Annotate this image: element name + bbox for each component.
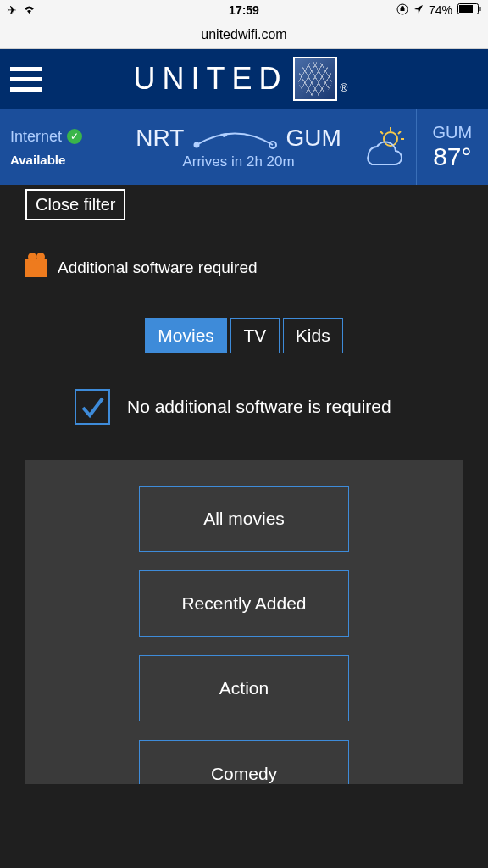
location-icon [413, 3, 424, 17]
status-right: 74% [396, 3, 481, 18]
tab-kids[interactable]: Kids [283, 318, 343, 353]
temp-location: GUM [433, 123, 473, 142]
brand-logo: UNITED ® [134, 57, 355, 101]
category-tabs: Movies TV Kids [0, 318, 488, 353]
no-software-row: No additional software is required [75, 389, 488, 425]
svg-rect-2 [459, 5, 473, 13]
wifi-icon [22, 3, 36, 17]
internet-label: Internet [10, 128, 62, 146]
no-software-label: No additional software is required [127, 397, 391, 417]
flight-info-bar: Internet ✓ Available NRT GUM Arrives in … [0, 108, 488, 185]
battery-icon [458, 3, 481, 17]
internet-status-cell[interactable]: Internet ✓ Available [0, 109, 125, 185]
internet-available: Available [10, 153, 114, 167]
svg-line-8 [398, 131, 401, 134]
no-software-checkbox[interactable] [75, 389, 110, 425]
status-left: ✈ [7, 3, 36, 17]
genre-comedy[interactable]: Comedy [139, 740, 349, 784]
tab-tv[interactable]: TV [230, 318, 280, 353]
temperature-cell[interactable]: GUM 87° [417, 109, 488, 185]
weather-cell[interactable] [352, 109, 417, 185]
software-required-row: Additional software required [25, 259, 488, 277]
check-circle-icon: ✓ [67, 129, 82, 144]
globe-icon [293, 57, 337, 101]
checkmark-icon [79, 393, 106, 420]
airplane-mode-icon: ✈ [7, 3, 17, 17]
brand-header: UNITED ® [0, 49, 488, 108]
orientation-lock-icon [396, 3, 408, 18]
dest-code: GUM [286, 125, 341, 152]
menu-icon[interactable] [10, 67, 42, 92]
genre-recently-added[interactable]: Recently Added [139, 570, 349, 637]
svg-point-4 [194, 142, 200, 147]
software-required-text: Additional software required [58, 259, 258, 277]
close-filter-button[interactable]: Close filter [25, 189, 125, 220]
genre-list: All movies Recently Added Action Comedy [25, 460, 463, 784]
puzzle-icon [25, 259, 47, 277]
origin-code: NRT [136, 125, 184, 152]
url-text: unitedwifi.com [201, 27, 286, 42]
flight-route-cell[interactable]: NRT GUM Arrives in 2h 20m [125, 109, 352, 185]
genre-all-movies[interactable]: All movies [139, 486, 349, 552]
ios-status-bar: ✈ 17:59 74% [0, 0, 488, 20]
status-time: 17:59 [229, 3, 259, 17]
svg-line-10 [380, 131, 383, 134]
battery-percent: 74% [429, 3, 452, 17]
arrival-time: Arrives in 2h 20m [182, 153, 294, 170]
weather-icon [360, 125, 408, 170]
tab-movies[interactable]: Movies [145, 318, 227, 353]
main-content: Close filter Additional software require… [0, 185, 488, 784]
brand-name: UNITED [134, 61, 288, 97]
browser-url-bar[interactable]: unitedwifi.com [0, 20, 488, 49]
genre-action[interactable]: Action [139, 655, 349, 721]
flight-arc-icon [192, 127, 277, 149]
temp-value: 87° [433, 142, 471, 171]
svg-rect-3 [480, 7, 481, 11]
registered-icon: ® [341, 82, 355, 94]
